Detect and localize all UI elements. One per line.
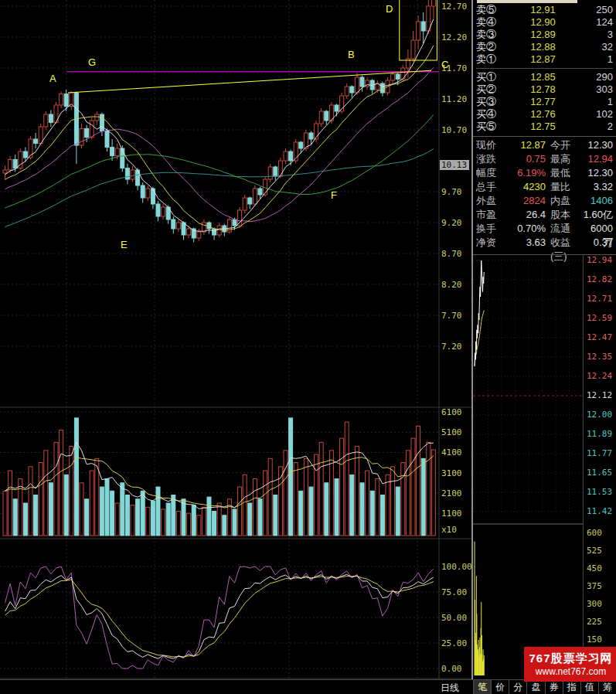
ask2-qty: 32 <box>579 41 613 53</box>
axis-tick-label: x10 <box>441 525 471 535</box>
bid2-qty: 303 <box>579 83 613 96</box>
tab-daily-period[interactable]: 日线 <box>441 682 459 694</box>
axis-tick-label: 100.00 <box>441 562 471 572</box>
tab-jia[interactable]: 价 <box>491 680 509 694</box>
axis-tick-label: 7.20 <box>441 342 471 352</box>
svg-text:B: B <box>348 49 355 60</box>
svg-text:A: A <box>49 73 56 84</box>
stat-label: 幅度 <box>476 166 507 180</box>
stat-value: 2824 <box>507 194 546 208</box>
watermark: 767股票学习网 www.net767.com <box>524 647 616 682</box>
ask1-qty: 1 <box>579 53 613 66</box>
bid5-qty: 2 <box>579 121 613 133</box>
bid5-price: 12.75 <box>507 121 579 133</box>
tab-zhi[interactable]: 指 <box>563 680 580 694</box>
ask4-qty: 124 <box>579 16 613 29</box>
minute-axis-tick-label: 11.53 <box>587 487 616 497</box>
svg-text:E: E <box>121 239 128 250</box>
stat-value: 1.60亿 <box>583 208 613 222</box>
axis-tick-label: 10.13 <box>440 160 469 170</box>
minute-axis-tick-label: 11.65 <box>587 468 616 478</box>
ask-bid-divider <box>476 68 613 69</box>
bid3-label: 买③ <box>476 96 507 108</box>
stat-value: 0.37 <box>583 236 613 250</box>
stat-label: 现价 <box>476 138 507 152</box>
stat-value: 4230 <box>507 180 546 194</box>
axis-tick-label: 5100 <box>441 427 471 437</box>
kline-volume-kdj-chart[interactable]: AGBCDEF <box>0 0 473 680</box>
svg-text:F: F <box>331 189 337 201</box>
tab-bi[interactable]: 笔 <box>473 680 491 694</box>
minute-axis-tick-label: 450 <box>587 563 616 573</box>
tab-chou[interactable]: 筹 <box>598 680 616 694</box>
watermark-url: www.net767.com <box>536 666 606 677</box>
ask2-label: 卖② <box>476 41 507 53</box>
axis-tick-label: 8.20 <box>441 280 471 290</box>
ask3-price: 12.89 <box>507 29 579 41</box>
tab-fen[interactable]: 分 <box>509 680 526 694</box>
ask3-qty: 3 <box>579 29 613 41</box>
bid4-label: 买④ <box>476 108 507 121</box>
tab-value[interactable]: 值 <box>580 680 598 694</box>
minute-axis-tick-label: 300 <box>587 599 616 609</box>
ask-row-3: 卖③ 12.89 3 <box>476 29 613 41</box>
stats-row: 市盈26.4 股本1.60亿 <box>476 208 613 222</box>
stat-label: 外盘 <box>476 194 507 208</box>
stat-label: 量比 <box>550 180 583 194</box>
bid3-qty: 1 <box>579 96 613 108</box>
minute-axis-tick-label: 12.94 <box>587 255 616 265</box>
stat-value: 3.63 <box>507 236 546 250</box>
minute-axis-tick-label: 12.82 <box>587 274 616 284</box>
stat-label: 股本 <box>550 208 583 222</box>
stat-label: 流通 <box>550 222 583 236</box>
stat-value: 12.94 <box>583 152 613 166</box>
quote-stats: 现价12.87 今开12.30 涨跌0.75 最高12.94 幅度6.19% 最… <box>473 138 616 250</box>
stats-row: 总手4230 量比3.32 <box>476 180 613 194</box>
minute-axis-tick-label: 12.12 <box>587 390 616 400</box>
axis-tick-label: 7.70 <box>441 311 471 321</box>
axis-tick-label: 4100 <box>441 447 471 458</box>
minute-price-volume-chart[interactable] <box>473 255 584 679</box>
stats-row: 净资3.63 收益(三)0.37 <box>476 236 613 250</box>
ask2-price: 12.88 <box>507 41 579 53</box>
bid-row-5: 买⑤ 12.75 2 <box>476 121 613 133</box>
view-tab-strip: 笔 价 分 盘 券 指 值 筹 <box>473 680 616 694</box>
ask4-label: 卖④ <box>476 16 507 29</box>
axis-tick-label: 9.20 <box>441 218 471 228</box>
minute-axis-tick-label: 600 <box>587 528 616 538</box>
stats-row: 换手0.70% 流通6000万 <box>476 222 613 236</box>
bid1-qty: 290 <box>579 71 613 83</box>
stat-value: 12.30 <box>583 138 613 152</box>
axis-tick-label: 6100 <box>441 407 471 417</box>
stat-label: 总手 <box>476 180 507 194</box>
stat-label: 换手 <box>476 222 507 236</box>
daily-chart-area[interactable]: AGBCDEF <box>0 0 473 680</box>
minute-axis-tick-label: 12.47 <box>587 332 616 342</box>
stats-row: 涨跌0.75 最高12.94 <box>476 152 613 166</box>
tab-quan[interactable]: 券 <box>545 680 563 694</box>
axis-tick-label: 9.70 <box>441 187 471 197</box>
stat-value: 6.19% <box>507 166 546 180</box>
minute-axis-tick-label: 525 <box>587 546 616 556</box>
ask-row-5: 卖⑤ 12.91 250 <box>476 4 613 16</box>
stat-value: 0.75 <box>507 152 546 166</box>
axis-tick-label: 12.20 <box>441 32 471 43</box>
ask5-label: 卖⑤ <box>476 4 507 16</box>
stat-value: 12.30 <box>583 166 613 180</box>
minute-axis-tick-label: 225 <box>587 617 616 627</box>
stat-label: 最高 <box>550 152 583 166</box>
quote-panel: 卖⑤ 12.91 250 卖④ 12.90 124 卖③ 12.89 3 卖② … <box>471 0 616 694</box>
stock-terminal-window: AGBCDEF 12.7012.2011.7011.2010.709.709.2… <box>0 0 616 694</box>
minute-axis-tick-label: 150 <box>587 634 616 645</box>
stat-label: 内盘 <box>550 194 583 208</box>
tab-pan[interactable]: 盘 <box>526 680 544 694</box>
intraday-chart[interactable]: 12.9412.8212.7112.5912.4712.3512.2412.12… <box>473 255 616 679</box>
panel-divider <box>473 136 616 137</box>
ask-row-4: 卖④ 12.90 124 <box>476 16 613 29</box>
minute-axis-tick-label: 12.71 <box>587 294 616 304</box>
minute-axis-tick-label: 12.24 <box>587 371 616 381</box>
stats-row: 外盘2824 内盘1406 <box>476 194 613 208</box>
stat-value: 6000万 <box>583 222 613 236</box>
bid-row-2: 买② 12.78 303 <box>476 83 613 96</box>
ask3-label: 卖③ <box>476 29 507 41</box>
